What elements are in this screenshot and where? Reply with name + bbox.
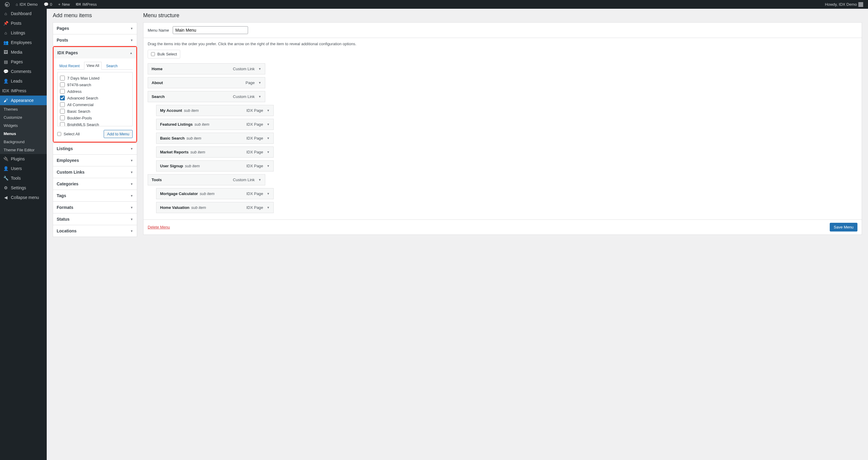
sidebar-item[interactable]: 💬Comments [0, 67, 47, 76]
panel-header[interactable]: Pages▼ [53, 23, 137, 34]
checklist-item[interactable]: Address [60, 88, 130, 95]
sidebar-icon: ⌂ [3, 11, 8, 16]
sidebar-sub-item[interactable]: Menus [0, 130, 47, 138]
checklist-item[interactable]: Advanced Search [60, 95, 130, 101]
caret-down-icon: ▼ [130, 159, 133, 162]
sidebar-item-label: Tools [11, 176, 21, 181]
checklist-checkbox[interactable] [60, 76, 65, 81]
panel-header[interactable]: Posts▼ [53, 34, 137, 46]
sub-item-label: sub item [191, 205, 206, 210]
panel-header[interactable]: Employees▼ [53, 155, 137, 166]
caret-down-icon: ▼ [267, 192, 270, 195]
idx-pages-checklist[interactable]: 7 Days Max Listed97478-searchAddressAdva… [57, 72, 133, 126]
panel-header[interactable]: Custom Links▼ [53, 166, 137, 178]
sidebar-sub-item[interactable]: Widgets [0, 121, 47, 130]
checklist-checkbox[interactable] [60, 122, 65, 126]
sidebar-item[interactable]: 🖼Media [0, 47, 47, 57]
sidebar-sub-item[interactable]: Theme File Editor [0, 146, 47, 154]
sidebar-sub-item[interactable]: Customize [0, 113, 47, 121]
checklist-item[interactable]: All Commercial [60, 101, 130, 108]
checklist-checkbox[interactable] [60, 96, 65, 100]
panel-header[interactable]: Tags▼ [53, 190, 137, 202]
panel-label: Formats [57, 205, 73, 210]
sidebar-item-label: Listings [11, 30, 25, 35]
site-name-label: IDX Demo [20, 2, 38, 7]
checklist-item[interactable]: Basic Search [60, 108, 130, 115]
menu-structure-item[interactable]: My Accountsub itemIDX Page▼ [156, 105, 274, 116]
sidebar-item[interactable]: ▤Pages [0, 57, 47, 67]
panel-header[interactable]: Listings▼ [53, 143, 137, 154]
select-all[interactable]: Select All [57, 132, 80, 136]
site-link[interactable]: ⌂ IDX Demo [13, 2, 40, 7]
checklist-item[interactable]: 7 Days Max Listed [60, 75, 130, 82]
tab-most-recent[interactable]: Most Recent [57, 62, 82, 70]
sub-item-label: sub item [184, 108, 198, 113]
checklist-item[interactable]: BrightMLS Search [60, 121, 130, 126]
sidebar-item[interactable]: ⚙Settings [0, 183, 47, 193]
sidebar-item[interactable]: 👥Employees [0, 38, 47, 47]
sidebar-icon: ⚙ [3, 185, 8, 190]
sub-item-label: sub item [185, 164, 200, 168]
sidebar-item[interactable]: ⌂Listings [0, 28, 47, 38]
panel-header[interactable]: Status▼ [53, 213, 137, 225]
panel-label: Posts [57, 38, 68, 42]
comments-link[interactable]: 💬 0 [41, 2, 55, 7]
bulk-select-checkbox[interactable] [151, 52, 155, 56]
menu-structure-item[interactable]: Market Reportssub itemIDX Page▼ [156, 147, 274, 158]
menu-structure-item[interactable]: ToolsCustom Link▼ [148, 174, 265, 185]
home-icon: ⌂ [16, 2, 18, 7]
howdy-link[interactable]: Howdy, IDX Demo [823, 2, 866, 7]
menu-structure-item[interactable]: AboutPage▼ [148, 77, 265, 88]
collapse-menu[interactable]: ◀ Collapse menu [0, 193, 47, 202]
panel-header[interactable]: Formats▼ [53, 202, 137, 213]
panel-header[interactable]: Locations▼ [53, 225, 137, 237]
add-to-menu-button[interactable]: Add to Menu [104, 130, 133, 138]
panel-header[interactable]: Categories▼ [53, 178, 137, 190]
caret-down-icon: ▼ [267, 206, 270, 209]
save-menu-button[interactable]: Save Menu [830, 223, 858, 232]
panel-label: Custom Links [57, 170, 85, 175]
checklist-checkbox[interactable] [60, 89, 65, 94]
sidebar-item[interactable]: 👤Users [0, 164, 47, 173]
checklist-checkbox[interactable] [60, 102, 65, 107]
caret-down-icon: ▼ [130, 194, 133, 197]
menu-structure-item[interactable]: Home Valuationsub itemIDX Page▼ [156, 202, 274, 213]
menu-name-input[interactable] [173, 26, 248, 34]
checklist-item[interactable]: Boulder-Pools [60, 115, 130, 121]
menu-structure-item[interactable]: User Signupsub itemIDX Page▼ [156, 160, 274, 172]
sidebar-item[interactable]: 📌Posts [0, 19, 47, 28]
bulk-select[interactable]: Bulk Select [148, 50, 180, 59]
sidebar-item[interactable]: IDXIMPress [0, 86, 47, 96]
checklist-checkbox[interactable] [60, 109, 65, 114]
sidebar-sub-item[interactable]: Background [0, 138, 47, 146]
delete-menu-link[interactable]: Delete Menu [148, 225, 170, 229]
checklist-checkbox[interactable] [60, 116, 65, 120]
sidebar-item[interactable]: 🔌Plugins [0, 154, 47, 164]
menu-structure-item[interactable]: SearchCustom Link▼ [148, 91, 265, 102]
menu-item-type: IDX Page [246, 205, 263, 210]
panel-label: Employees [57, 158, 79, 163]
checklist-checkbox[interactable] [60, 82, 65, 87]
sidebar-item[interactable]: 🔧Tools [0, 173, 47, 183]
sidebar-sub-item[interactable]: Themes [0, 105, 47, 113]
sidebar-item-appearance[interactable]: 🖌 Appearance [0, 96, 47, 105]
menu-structure-item[interactable]: HomeCustom Link▼ [148, 63, 265, 74]
sidebar-item[interactable]: ⌂Dashboard [0, 9, 47, 19]
caret-up-icon: ▲ [130, 51, 133, 55]
menu-structure-item[interactable]: Featured Listingssub itemIDX Page▼ [156, 119, 274, 130]
idx-pages-panel-header[interactable]: IDX Pages ▲ [54, 47, 136, 59]
wp-logo[interactable] [2, 2, 12, 7]
menu-structure-item[interactable]: Mortgage Calculatorsub itemIDX Page▼ [156, 188, 274, 199]
menu-item-title: Basic Search [160, 136, 185, 141]
tab-search[interactable]: Search [104, 62, 120, 70]
checklist-item[interactable]: 97478-search [60, 82, 130, 88]
sub-item-label: sub item [194, 122, 209, 127]
menu-structure-item[interactable]: Basic Searchsub itemIDX Page▼ [156, 133, 274, 144]
tab-view-all[interactable]: View All [84, 62, 101, 70]
impress-link[interactable]: IDX IMPress [73, 2, 99, 7]
new-link[interactable]: + New [56, 2, 72, 7]
sidebar-item-label: Plugins [11, 156, 25, 161]
sidebar-item[interactable]: 👤Leads [0, 76, 47, 86]
caret-down-icon: ▼ [258, 81, 261, 84]
select-all-checkbox[interactable] [57, 132, 61, 136]
